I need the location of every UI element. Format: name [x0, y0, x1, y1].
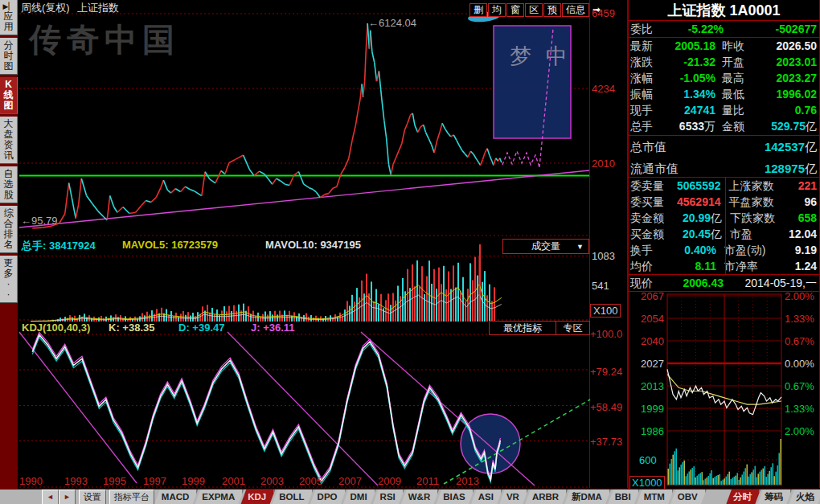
quote-value: 2023.01 [769, 54, 817, 70]
sidebar-item-5[interactable]: 自选股 [0, 166, 18, 203]
indicator-platform-button[interactable]: 指标平台 [109, 490, 154, 504]
indicator-tab-kdj[interactable]: KDJ [240, 490, 275, 504]
indicator-tab-dmi[interactable]: DMI [343, 490, 376, 504]
quote-row-current-price: 现价2006.432014-05-19,一 [628, 275, 819, 291]
quote-value: 24741 [667, 102, 715, 118]
quote-label: 开盘 [722, 54, 769, 70]
current-price-value: 2006.43 [666, 275, 724, 291]
intraday-price-label: 2027 [630, 358, 664, 370]
x-axis-year-label: 2013 [456, 475, 479, 487]
chart-toolbar-button-4[interactable]: 区 [525, 3, 543, 17]
x-axis-year-label: 2001 [222, 475, 245, 487]
settings-button[interactable]: 设置 [79, 490, 106, 504]
nav-next-button[interactable]: ► [59, 490, 76, 504]
chart-period-label[interactable]: 周线(复权) [21, 1, 70, 15]
sidebar-item-char: 讯 [4, 150, 14, 161]
sidebar-item-char: 用 [4, 22, 14, 32]
sidebar-item-3[interactable]: K线图 [0, 77, 18, 114]
chart-toolbar-button-5[interactable]: 预 [543, 3, 561, 17]
unit-suffix: 亿 [805, 139, 817, 155]
chart-toolbar-button-6[interactable]: 信息 [562, 3, 589, 17]
quote-row: 均价8.11市净率1.24 [628, 258, 819, 274]
quote-value: 0.40% [677, 242, 716, 258]
chart-toolbar: 删均窗区预信息➡ [469, 2, 601, 17]
x-axis-year-label: 1990 [19, 475, 43, 487]
quote-label: 最新 [630, 38, 667, 54]
unit-suffix: 万 [704, 118, 715, 134]
sidebar-item-7[interactable]: 更多·· [0, 256, 18, 303]
chart-toolbar-button-1[interactable]: 删 [469, 3, 487, 17]
quote-row-cap: 总市值142537亿 [628, 136, 819, 158]
quote-value: 658 [783, 210, 817, 226]
quote-label: 现手 [630, 102, 667, 118]
quote-label: 最低 [722, 86, 769, 102]
indicator-tab-arbr[interactable]: ARBR [525, 490, 568, 504]
indicator-tab-vr[interactable]: VR [499, 490, 528, 504]
indicator-tab-macd[interactable]: MACD [154, 490, 199, 504]
chart-toolbar-button-2[interactable]: 均 [488, 3, 506, 17]
quote-title: 上证指数 1A0001 [628, 1, 820, 20]
intraday-price-label: 2013 [630, 380, 664, 392]
quote-value: 12.04 [783, 226, 817, 242]
sidebar-item-2[interactable]: 分时图 [0, 38, 18, 75]
sidebar-item-char: 股 [4, 190, 14, 200]
watermark: 传奇中国 [29, 18, 180, 62]
sidebar-item-char: 名 [4, 240, 14, 250]
quote-label: 市盈 [730, 226, 783, 242]
quote-divider [725, 178, 726, 274]
kdj-panel-button-1[interactable]: 最优指标 [489, 321, 556, 335]
quote-value: 4562914 [677, 194, 721, 210]
nav-prev-button[interactable]: ◄ [42, 490, 59, 504]
chart-symbol-label[interactable]: 上证指数 [77, 1, 119, 15]
intraday-pct-label: 2.00% [785, 425, 814, 437]
quote-value: 221 [782, 178, 817, 194]
x-axis-year-label: 2005 [299, 475, 322, 487]
quote-label: 涨跌 [630, 54, 667, 70]
indicator-tab-dpo[interactable]: DPO [310, 490, 346, 504]
left-sidebar: ▶▏应用分时图K线图大盘资讯自选股综合排名更多·· [0, 0, 18, 489]
chart-toolbar-button-3[interactable]: 窗 [506, 3, 524, 17]
quote-label: 涨幅 [630, 70, 667, 86]
quote-row: 总手6533万金额529.75亿 [628, 118, 819, 134]
quote-value: 0.76 [769, 102, 817, 118]
kdj-axis-label: +79.24 [590, 366, 622, 378]
indicator-tab-expma[interactable]: EXPMA [195, 490, 244, 504]
quote-label: 平盘家数 [729, 194, 782, 210]
quote-value: 142537 [666, 139, 805, 155]
sidebar-item-1[interactable]: ▶▏应用 [0, 0, 18, 35]
quote-label: 均价 [630, 258, 677, 274]
quote-value: 1.24 [777, 258, 817, 274]
volume-indicator-dropdown[interactable]: 成交量 ▼ [502, 239, 589, 254]
right-tab-火焰[interactable]: 火焰 [789, 490, 820, 504]
indicator-tab-boll[interactable]: BOLL [272, 490, 313, 504]
indicator-tab-mtm[interactable]: MTM [637, 490, 674, 504]
intraday-pct-label: 0.67% [785, 380, 814, 392]
kdj-panel-button-2[interactable]: 专区 [556, 321, 590, 335]
indicator-tab-asi[interactable]: ASI [471, 490, 502, 504]
quote-value: 8.11 [677, 258, 716, 274]
right-tab-筹码[interactable]: 筹码 [757, 490, 792, 504]
indicator-tab-bias[interactable]: BIAS [436, 490, 474, 504]
indicator-tab-新dma[interactable]: 新DMA [564, 490, 611, 504]
quote-row: 委卖量5065592上涨家数221 [628, 178, 819, 194]
indicator-tab-rsi[interactable]: RSI [373, 490, 404, 504]
x-axis-year-label: 1995 [103, 475, 126, 487]
price-axis-label: 4234 [592, 83, 615, 95]
kdj-axis-label: +100.0 [590, 328, 622, 340]
sidebar-item-4[interactable]: 大盘资讯 [0, 117, 18, 164]
intraday-pct-label: 0.67% [785, 335, 814, 347]
intraday-pct-label: 1.33% [785, 313, 814, 325]
intraday-pct-label: 1.33% [785, 403, 814, 415]
indicator-tab-bbi[interactable]: BBI [608, 490, 640, 504]
sidebar-item-6[interactable]: 综合排名 [0, 206, 18, 253]
peak-price-label: ←6124.04 [368, 17, 416, 29]
x-axis-year-label: 2009 [378, 475, 401, 487]
indicator-tab-obv[interactable]: OBV [670, 490, 707, 504]
quote-row: 最新2005.18昨收2026.50 [628, 38, 819, 54]
right-tab-分时[interactable]: 分时 [726, 490, 761, 504]
intraday-volume-label: 600 [639, 454, 657, 466]
quote-value: 128975 [679, 161, 805, 177]
price-axis-label: 2010 [592, 158, 615, 170]
indicator-tab-w&r[interactable]: W&R [401, 490, 439, 504]
quote-value: -502677 [724, 21, 817, 37]
